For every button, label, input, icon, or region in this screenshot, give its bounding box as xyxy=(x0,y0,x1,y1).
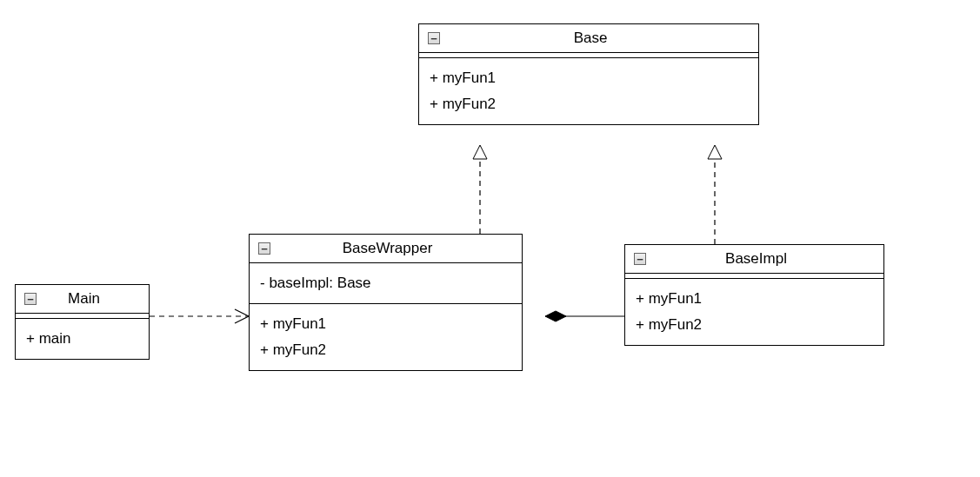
class-basewrapper[interactable]: − BaseWrapper - baseImpl: Base + myFun1 … xyxy=(249,234,523,371)
class-basewrapper-attributes: - baseImpl: Base xyxy=(250,263,522,304)
class-main-header[interactable]: − Main xyxy=(16,285,149,314)
class-baseimpl-operations: + myFun1 + myFun2 xyxy=(625,279,883,345)
minus-icon[interactable]: − xyxy=(258,242,270,255)
operation: + main xyxy=(26,326,138,352)
class-baseimpl-title: BaseImpl xyxy=(653,250,875,268)
class-base-operations: + myFun1 + myFun2 xyxy=(419,58,758,124)
minus-icon[interactable]: − xyxy=(428,32,440,44)
class-baseimpl-header[interactable]: − BaseImpl xyxy=(625,245,883,274)
diagram-canvas: { "chart_data": { "type": "uml-class-dia… xyxy=(0,0,980,477)
operation: + myFun2 xyxy=(636,312,873,338)
operation: + myFun1 xyxy=(430,65,748,91)
operation: + myFun1 xyxy=(636,286,873,312)
operation: + myFun2 xyxy=(260,337,511,363)
class-baseimpl[interactable]: − BaseImpl + myFun1 + myFun2 xyxy=(624,244,884,346)
class-basewrapper-operations: + myFun1 + myFun2 xyxy=(250,304,522,370)
operation: + myFun1 xyxy=(260,311,511,337)
class-base[interactable]: − Base + myFun1 + myFun2 xyxy=(418,23,759,125)
minus-icon[interactable]: − xyxy=(24,293,37,305)
class-basewrapper-title: BaseWrapper xyxy=(277,240,513,257)
class-basewrapper-header[interactable]: − BaseWrapper xyxy=(250,235,522,263)
attribute: - baseImpl: Base xyxy=(260,270,511,296)
class-main[interactable]: − Main + main xyxy=(15,284,150,360)
class-base-header[interactable]: − Base xyxy=(419,24,758,53)
class-main-operations: + main xyxy=(16,319,149,359)
minus-icon[interactable]: − xyxy=(634,253,646,265)
class-main-title: Main xyxy=(43,290,140,308)
class-base-title: Base xyxy=(447,30,750,47)
operation: + myFun2 xyxy=(430,91,748,117)
